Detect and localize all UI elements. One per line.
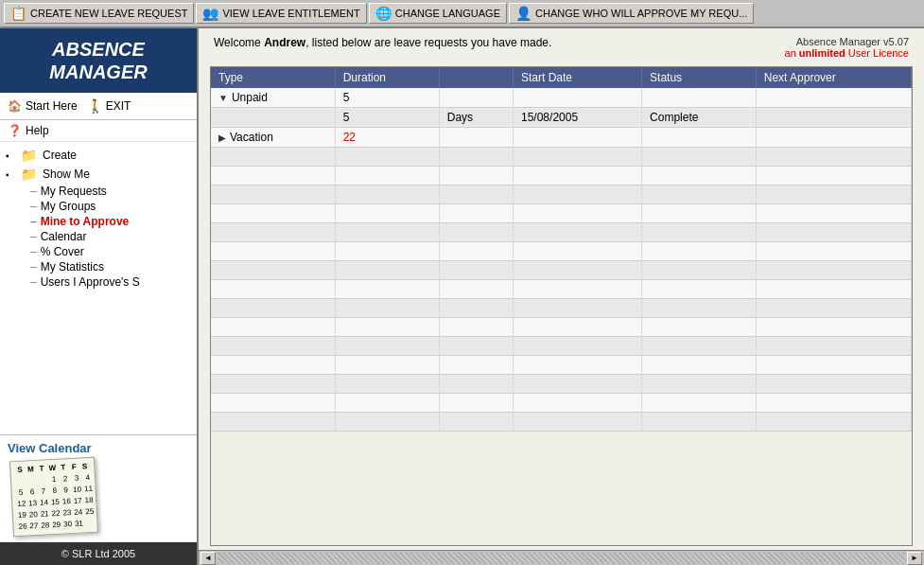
- col-next-approver: Next Approver: [756, 67, 911, 88]
- view-calendar-link[interactable]: View Calendar: [8, 441, 189, 455]
- col-duration: Duration: [335, 67, 439, 88]
- exit-button[interactable]: 🚶 EXIT: [87, 98, 131, 114]
- row-type: ▶Vacation: [211, 128, 335, 148]
- sidebar: ABSENCE MANAGER 🏠 Start Here 🚶 EXIT ❓ He…: [0, 28, 199, 565]
- table-row[interactable]: ▼Unpaid 5: [211, 88, 912, 108]
- sidebar-item-mine-to-approve[interactable]: – Mine to Approve: [0, 214, 197, 229]
- version-text: Absence Manager v5.07: [785, 36, 909, 47]
- row-status: Complete: [642, 108, 757, 128]
- exit-icon: 🚶: [87, 98, 103, 114]
- row-start-date: 15/08/2005: [514, 108, 642, 128]
- sidebar-nav: ▪ 📁 Create ▪ 📁 Show Me – My Requests – M…: [0, 142, 197, 434]
- col-start-date: Start Date: [514, 67, 642, 88]
- nav-sub-label: My Requests: [41, 185, 107, 198]
- table-row[interactable]: ▶Vacation 22: [211, 128, 912, 148]
- table-row[interactable]: 5 Days 15/08/2005 Complete: [211, 108, 912, 128]
- tree-dash-2: –: [30, 200, 37, 213]
- entitlement-icon: 👥: [202, 6, 218, 21]
- tree-dash-7: –: [30, 275, 37, 289]
- row-duration: 5: [335, 88, 439, 108]
- row-status: [642, 128, 757, 148]
- table-row-empty: [211, 242, 912, 261]
- content-header: Welcome Andrew, listed below are leave r…: [199, 28, 924, 62]
- nav-sub-label-7: Users I Approve's S: [41, 275, 140, 289]
- table-row-empty: [211, 375, 912, 394]
- table-row-empty: [211, 167, 912, 185]
- expand-arrow-icon: ▼: [218, 93, 228, 103]
- sidebar-item-cover[interactable]: – % Cover: [0, 244, 197, 259]
- row-next-approver: [756, 108, 911, 128]
- table-row-empty: [211, 413, 912, 432]
- folder-icon: 📁: [21, 148, 37, 163]
- sidebar-item-my-groups[interactable]: – My Groups: [0, 199, 197, 214]
- nav-sub-label-3: Mine to Approve: [41, 215, 130, 228]
- nav-sub-label-2: My Groups: [41, 200, 96, 213]
- license-suffix: User Licence: [846, 47, 909, 59]
- user-name: Andrew: [264, 36, 305, 49]
- change-language-button[interactable]: 🌐 CHANGE LANGUAGE: [369, 3, 507, 24]
- scroll-track[interactable]: [218, 553, 905, 564]
- col-days: [439, 67, 513, 88]
- sidebar-actions: 🏠 Start Here 🚶 EXIT: [0, 93, 197, 120]
- table-row-empty: [211, 394, 912, 413]
- language-icon: 🌐: [375, 6, 392, 21]
- row-status: [642, 88, 757, 108]
- leave-table-container: Type Duration Start Date Status Next App…: [210, 66, 913, 546]
- row-days: Days: [439, 108, 513, 128]
- table-row-empty: [211, 204, 912, 223]
- row-next-approver: [756, 128, 911, 148]
- view-entitlement-button[interactable]: 👥 VIEW LEAVE ENTITLEMENT: [196, 3, 366, 24]
- help-item[interactable]: ❓ Help: [0, 120, 197, 142]
- table-row-empty: [211, 261, 912, 280]
- app-title: ABSENCE MANAGER: [0, 28, 197, 93]
- start-here-button[interactable]: 🏠 Start Here: [8, 99, 78, 113]
- version-info: Absence Manager v5.07 an unlimited User …: [785, 36, 909, 59]
- table-row-empty: [211, 185, 912, 204]
- sidebar-item-create[interactable]: ▪ 📁 Create: [0, 146, 197, 165]
- nav-sub-label-4: Calendar: [41, 230, 87, 243]
- scroll-right-button[interactable]: ►: [907, 552, 922, 565]
- change-approver-button[interactable]: 👤 CHANGE WHO WILL APPROVE MY REQU...: [509, 3, 754, 24]
- tree-dash-6: –: [30, 260, 37, 274]
- sidebar-item-statistics[interactable]: – My Statistics: [0, 259, 197, 274]
- col-status: Status: [642, 67, 757, 88]
- content-area: Welcome Andrew, listed below are leave r…: [199, 28, 924, 565]
- table-body: ▼Unpaid 5 5 Days 15/08/2005 C: [211, 88, 912, 432]
- expand-showme-icon: ▪: [6, 169, 15, 180]
- sidebar-item-label-showme: Show Me: [43, 168, 90, 181]
- license-keyword: unlimited: [799, 47, 846, 59]
- horizontal-scrollbar[interactable]: ◄ ►: [199, 550, 924, 565]
- row-type: ▼Unpaid: [211, 88, 335, 108]
- sidebar-item-show-me[interactable]: ▪ 📁 Show Me: [0, 165, 197, 184]
- main-layout: ABSENCE MANAGER 🏠 Start Here 🚶 EXIT ❓ He…: [0, 28, 924, 565]
- sidebar-item-my-requests[interactable]: – My Requests: [0, 184, 197, 199]
- nav-sub-label-5: % Cover: [41, 245, 84, 258]
- create-leave-request-button[interactable]: 📋 CREATE NEW LEAVE REQUEST: [4, 3, 194, 24]
- calendar-widget[interactable]: SMTWTFS 1234 567891011 12131415161718 19…: [9, 457, 98, 538]
- create-icon: 📋: [10, 6, 26, 21]
- row-type: [211, 108, 335, 128]
- folder-icon-2: 📁: [21, 167, 37, 182]
- scroll-left-button[interactable]: ◄: [200, 552, 216, 565]
- expand-create-icon: ▪: [6, 150, 15, 161]
- table-row-empty: [211, 318, 912, 337]
- red-duration: 22: [343, 131, 356, 144]
- expand-arrow-icon-2: ▶: [218, 132, 226, 143]
- help-icon: ❓: [8, 124, 22, 137]
- nav-sub-label-6: My Statistics: [41, 260, 104, 274]
- sidebar-item-label: Create: [43, 149, 77, 162]
- row-days: [439, 128, 513, 148]
- row-start-date: [514, 128, 642, 148]
- row-next-approver: [756, 88, 911, 108]
- col-type: Type: [211, 67, 335, 88]
- calendar-grid: 1234 567891011 12131415161718 1920212223…: [15, 472, 94, 532]
- view-calendar-section: View Calendar SMTWTFS 1234 567891011 121…: [0, 434, 197, 542]
- tree-dash: –: [30, 185, 37, 198]
- table-row-empty: [211, 280, 912, 299]
- table-row-empty: [211, 337, 912, 356]
- sidebar-item-calendar[interactable]: – Calendar: [0, 229, 197, 244]
- row-start-date: [514, 88, 642, 108]
- tree-dash-3: –: [30, 215, 37, 228]
- sidebar-item-users-approve[interactable]: – Users I Approve's S: [0, 274, 197, 290]
- row-duration: 5: [335, 108, 439, 128]
